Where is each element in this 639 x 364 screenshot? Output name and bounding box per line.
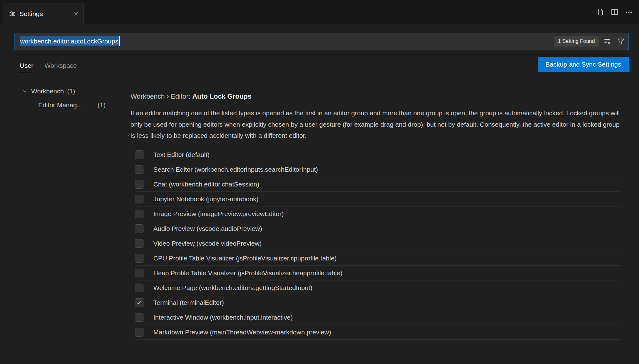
settings-editor: Settings [0,0,639,364]
tab-workspace[interactable]: Workspace [44,61,77,73]
option-row[interactable]: Markdown Preview (mainThreadWebview-mark… [135,325,620,340]
more-actions-button[interactable] [624,7,634,17]
option-label: Audio Preview (vscode.audioPreview) [153,225,262,232]
setting-description: If an editor matching one of the listed … [131,108,624,141]
option-checkbox[interactable] [135,195,143,203]
split-editor-icon [611,8,618,16]
editor-actions [595,0,634,24]
option-checkbox[interactable] [135,269,143,277]
clear-search-button[interactable] [602,36,612,47]
option-checkbox[interactable] [135,254,143,263]
option-row[interactable]: Video Preview (vscode.videoPreview) [135,236,620,251]
option-row[interactable]: Audio Preview (vscode.audioPreview) [135,221,620,236]
option-checkbox[interactable] [135,284,143,292]
toc-label: Editor Manag... [38,101,82,109]
option-row[interactable]: Text Editor (default) [135,147,620,162]
toc-item-editor-management[interactable]: Editor Manag... (1) [38,101,106,109]
option-label: Search Editor (workbench.editorinputs.se… [153,166,318,173]
option-row[interactable]: Chat (workbench.editor.chatSession) [135,177,620,192]
chevron-down-icon [22,88,28,94]
backup-sync-settings-button[interactable]: Backup and Sync Settings [538,57,629,72]
open-settings-json-icon [597,8,604,16]
option-checkbox[interactable] [135,313,143,322]
options-list: Text Editor (default) Search Editor (wor… [135,147,620,340]
settings-search-input[interactable]: workbench.editor.autoLockGroups [20,33,551,50]
check-icon [136,300,142,305]
toc-divider [107,84,107,364]
tab-close-button[interactable] [72,10,80,18]
option-row[interactable]: Image Preview (imagePreview.previewEdito… [135,207,620,221]
option-label: Terminal (terminalEditor) [153,299,224,306]
tab-title: Settings [19,10,72,18]
option-row[interactable]: Heap Profile Table Visualizer (jsProfile… [135,266,620,280]
toc-count: (1) [98,101,106,109]
more-actions-icon [625,8,633,16]
option-label: Chat (workbench.editor.chatSession) [153,181,259,188]
option-label: Jupyter Notebook (jupyter-notebook) [153,195,259,203]
option-label: Markdown Preview (mainThreadWebview-mark… [153,329,331,336]
filter-icon [617,38,624,45]
tab-user[interactable]: User [19,61,34,73]
filter-settings-button[interactable] [616,36,626,47]
clear-search-icon [604,38,611,45]
split-editor-button[interactable] [609,7,620,17]
tab-settings[interactable]: Settings [3,3,84,24]
setting-title: Workbench › Editor: Auto Lock Groups [131,92,251,100]
option-row[interactable]: Terminal (terminalEditor) [135,295,620,310]
option-row[interactable]: Jupyter Notebook (jupyter-notebook) [135,192,620,207]
results-count-badge: 1 Setting Found [554,36,599,47]
option-row[interactable]: Welcome Page (workbench.editors.gettingS… [135,280,620,295]
toc-item-workbench[interactable]: Workbench (1) [22,88,75,95]
toc-count: (1) [67,88,75,95]
option-label: CPU Profile Table Visualizer (jsProfileV… [153,255,337,262]
option-checkbox[interactable] [135,239,143,248]
scope-tabs: User Workspace [19,61,77,73]
option-label: Image Preview (imagePreview.previewEdito… [153,210,284,218]
option-checkbox[interactable] [135,224,143,233]
option-checkbox[interactable] [135,210,143,218]
setting-name: Auto Lock Groups [192,92,251,100]
toc-label: Workbench [31,88,64,95]
open-settings-json-button[interactable] [595,7,606,17]
search-value: workbench.editor.autoLockGroups [20,36,119,46]
option-row[interactable]: CPU Profile Table Visualizer (jsProfileV… [135,251,620,266]
setting-category: Workbench › Editor: [131,92,192,100]
option-checkbox[interactable] [135,298,143,307]
option-checkbox[interactable] [135,328,143,337]
settings-search-box: workbench.editor.autoLockGroups 1 Settin… [15,33,629,50]
option-row[interactable]: Interactive Window (workbench.input.inte… [135,310,620,325]
settings-sliders-icon [9,10,16,17]
option-checkbox[interactable] [135,180,143,189]
option-label: Heap Profile Table Visualizer (jsProfile… [153,269,342,277]
option-checkbox[interactable] [135,150,143,159]
option-label: Interactive Window (workbench.input.inte… [153,314,293,321]
option-label: Welcome Page (workbench.editors.gettingS… [153,284,313,292]
option-label: Text Editor (default) [153,151,210,158]
text-caret [119,36,120,46]
option-checkbox[interactable] [135,165,143,174]
tab-bar: Settings [0,0,639,24]
option-label: Video Preview (vscode.videoPreview) [153,240,262,247]
close-icon [73,11,79,16]
option-row[interactable]: Search Editor (workbench.editorinputs.se… [135,162,620,177]
